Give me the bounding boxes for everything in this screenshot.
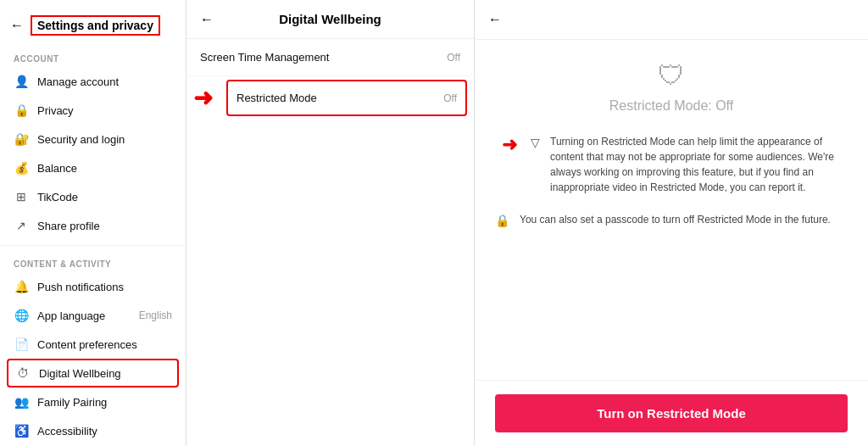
sidebar-item-label: Accessibility	[37, 425, 172, 438]
sidebar-item-tikcode[interactable]: ⊞ TikCode	[0, 182, 186, 211]
info-text-1: Turning on Restricted Mode can help limi…	[550, 134, 848, 195]
section-divider	[0, 245, 186, 246]
sidebar-item-push-notifications[interactable]: 🔔 Push notifications	[0, 272, 186, 301]
content-section-label: CONTENT & ACTIVITY	[0, 251, 186, 272]
restricted-mode-label: Restricted Mode	[236, 92, 317, 104]
shield-icon: 🛡	[658, 60, 685, 92]
restricted-mode-value: Off	[443, 92, 457, 104]
screen-time-value: Off	[447, 52, 460, 64]
restricted-mode-row: ➜ Restricted Mode Off	[186, 76, 474, 120]
sidebar-item-privacy[interactable]: 🔒 Privacy	[0, 96, 186, 125]
screen-time-label: Screen Time Management	[200, 51, 329, 64]
sidebar-item-manage-account[interactable]: 👤 Manage account	[0, 67, 186, 96]
manage-account-icon: 👤	[14, 75, 29, 88]
sidebar-item-label: Manage account	[37, 75, 172, 88]
sidebar-item-label: Share profile	[37, 220, 172, 232]
share-profile-icon: ↗	[14, 219, 29, 232]
content-pref-icon: 📄	[14, 337, 29, 351]
sidebar-item-security-login[interactable]: 🔐 Security and login	[0, 125, 186, 153]
left-panel: ← Settings and privacy ACCOUNT 👤 Manage …	[0, 0, 186, 446]
right-panel-header: ←	[475, 0, 868, 40]
restricted-mode-item[interactable]: Restricted Mode Off	[226, 80, 467, 116]
sidebar-item-digital-wellbeing[interactable]: ⏱ Digital Wellbeing	[7, 359, 179, 387]
left-back-button[interactable]: ←	[10, 18, 24, 33]
family-pairing-icon: 👥	[14, 395, 29, 409]
arrow-to-restricted: ➜	[186, 84, 220, 112]
sidebar-item-label: Security and login	[37, 133, 172, 146]
balance-icon: 💰	[14, 161, 29, 175]
right-back-button[interactable]: ←	[488, 12, 502, 27]
sidebar-item-app-language[interactable]: 🌐 App language English	[0, 301, 186, 330]
middle-panel-title: Digital Wellbeing	[279, 12, 381, 26]
right-panel: ← 🛡 Restricted Mode: Off ➜ ▽ Turning on …	[475, 0, 868, 446]
sidebar-item-balance[interactable]: 💰 Balance	[0, 153, 186, 182]
middle-panel-header: ← Digital Wellbeing	[186, 0, 474, 39]
restricted-mode-title-section: 🛡 Restricted Mode: Off	[495, 60, 848, 114]
info-block-1: ▽ Turning on Restricted Mode can help li…	[531, 134, 848, 195]
middle-back-button[interactable]: ←	[200, 12, 214, 27]
right-content: 🛡 Restricted Mode: Off ➜ ▽ Turning on Re…	[475, 40, 868, 380]
sidebar-item-accessibility[interactable]: ♿ Accessibility	[0, 416, 186, 445]
middle-panel: ← Digital Wellbeing Screen Time Manageme…	[186, 0, 475, 446]
settings-privacy-title: Settings and privacy	[31, 15, 160, 36]
sidebar-item-label: TikCode	[37, 191, 172, 203]
screen-time-item[interactable]: Screen Time Management Off	[186, 39, 474, 76]
arrow-to-info: ➜	[495, 134, 524, 156]
language-icon: 🌐	[14, 309, 29, 322]
sidebar-item-label: Family Pairing	[37, 396, 172, 409]
app-language-value: English	[139, 309, 172, 321]
accessibility-icon: ♿	[14, 424, 29, 438]
info-block-2: 🔒 You can also set a passcode to turn of…	[495, 212, 848, 227]
sidebar-item-label: Push notifications	[37, 281, 172, 293]
sidebar-item-label: Content preferences	[37, 338, 172, 351]
sidebar-item-label: App language	[37, 309, 131, 322]
left-header: ← Settings and privacy	[0, 10, 186, 46]
privacy-icon: 🔒	[14, 103, 29, 117]
sidebar-item-label: Digital Wellbeing	[39, 367, 170, 380]
lock-icon: 🔒	[495, 214, 509, 227]
sidebar-item-label: Balance	[37, 162, 172, 175]
turn-on-restricted-mode-button[interactable]: Turn on Restricted Mode	[495, 394, 848, 432]
info-text-2: You can also set a passcode to turn off …	[520, 212, 831, 227]
restricted-mode-status-title: Restricted Mode: Off	[609, 98, 733, 114]
sidebar-item-family-pairing[interactable]: 👥 Family Pairing	[0, 387, 186, 416]
tikcode-icon: ⊞	[14, 190, 29, 203]
sidebar-item-content-preferences[interactable]: 📄 Content preferences	[0, 330, 186, 359]
sidebar-item-label: Privacy	[37, 104, 172, 117]
notifications-icon: 🔔	[14, 280, 29, 293]
info-section-1: ➜ ▽ Turning on Restricted Mode can help …	[495, 134, 848, 195]
account-section-label: ACCOUNT	[0, 46, 186, 67]
filter-icon: ▽	[531, 136, 540, 149]
right-footer: Turn on Restricted Mode	[475, 380, 868, 446]
security-icon: 🔐	[14, 132, 29, 146]
sidebar-item-share-profile[interactable]: ↗ Share profile	[0, 211, 186, 240]
digital-wellbeing-icon: ⏱	[15, 366, 31, 380]
